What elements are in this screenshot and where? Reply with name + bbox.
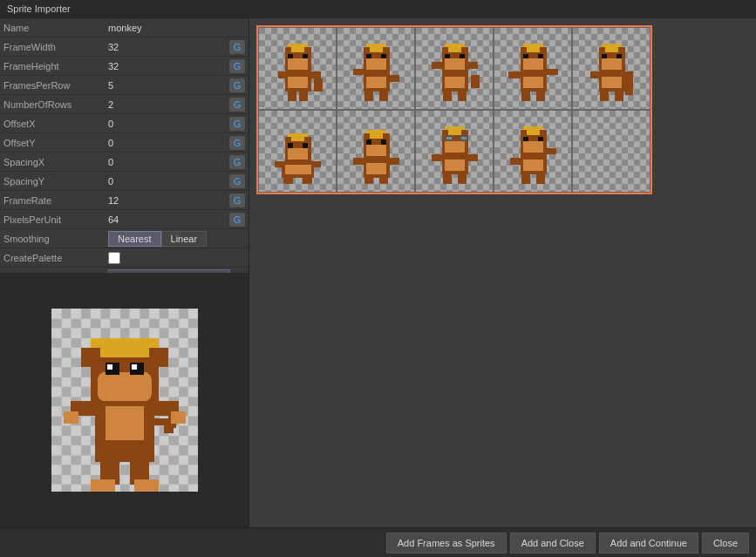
svg-rect-23 [90, 479, 114, 492]
svg-rect-79 [536, 92, 544, 101]
svg-rect-108 [366, 145, 386, 156]
svg-rect-45 [366, 54, 371, 59]
prop-row-numberofrows: NumberOfRows 2 G [0, 95, 249, 114]
svg-rect-78 [521, 92, 529, 101]
btn-offsety[interactable]: G [229, 136, 245, 150]
svg-rect-103 [275, 161, 284, 168]
svg-rect-133 [443, 174, 451, 184]
svg-rect-86 [616, 54, 622, 59]
svg-rect-140 [523, 137, 528, 142]
svg-rect-16 [149, 348, 168, 367]
value-spacingy: 0 [108, 176, 229, 187]
label-name: Name [3, 23, 108, 33]
svg-rect-65 [458, 92, 466, 101]
btn-spacingx[interactable]: G [229, 155, 245, 169]
svg-rect-38 [299, 92, 307, 101]
svg-rect-37 [288, 92, 296, 101]
svg-rect-99 [288, 143, 293, 148]
svg-rect-116 [353, 158, 364, 165]
svg-rect-73 [538, 54, 543, 59]
sprite-cell-10 [572, 110, 650, 193]
svg-rect-49 [353, 69, 364, 76]
title-text: Sprite Importer [7, 3, 71, 14]
sprite-cell-2 [337, 27, 415, 110]
svg-rect-15 [80, 348, 99, 367]
svg-rect-146 [521, 174, 529, 184]
prop-row-pixelsperunit: PixelsPerUnit 64 G [0, 210, 249, 229]
svg-rect-14 [90, 338, 158, 357]
svg-rect-104 [310, 161, 320, 168]
btn-framerate[interactable]: G [229, 194, 245, 207]
label-offsety: OffsetY [3, 138, 108, 148]
btn-framewidth[interactable]: G [229, 40, 245, 54]
label-smoothing: Smoothing [3, 234, 108, 244]
label-spacingx: SpacingX [3, 157, 108, 167]
svg-rect-19 [64, 411, 78, 424]
btn-frameheight[interactable]: G [229, 59, 245, 73]
value-numberofrows: 2 [108, 99, 229, 110]
svg-rect-77 [508, 71, 521, 78]
svg-rect-81 [602, 58, 622, 70]
svg-rect-52 [379, 92, 387, 101]
footer: Add Frames as Sprites Add and Close Add … [0, 527, 756, 557]
svg-rect-117 [387, 158, 398, 165]
svg-rect-63 [466, 62, 477, 69]
add-frames-as-sprites-button[interactable]: Add Frames as Sprites [386, 533, 507, 554]
prop-row-frameheight: FrameHeight 32 G [0, 57, 249, 76]
svg-rect-89 [590, 71, 602, 78]
sprite-cell-5 [572, 27, 650, 110]
svg-rect-62 [432, 62, 443, 69]
add-and-close-button[interactable]: Add and Close [510, 533, 596, 554]
btn-framesperrow[interactable]: G [229, 78, 245, 92]
label-framewidth: FrameWidth [3, 42, 108, 52]
svg-rect-115 [366, 163, 386, 174]
value-offsety: 0 [108, 138, 229, 148]
svg-rect-105 [283, 178, 292, 185]
svg-rect-93 [624, 78, 632, 95]
svg-rect-85 [602, 54, 607, 59]
createpalette-checkbox[interactable] [108, 252, 120, 264]
svg-rect-20 [171, 411, 186, 424]
sprite-cell-4 [494, 27, 572, 110]
svg-rect-58 [445, 54, 450, 59]
prop-row-offsety: OffsetY 0 G [0, 133, 249, 153]
add-and-continue-button[interactable]: Add and Continue [599, 533, 698, 554]
prop-row-framewidth: FrameWidth 32 G [0, 37, 249, 57]
svg-rect-147 [536, 174, 544, 184]
value-framewidth: 32 [108, 42, 229, 52]
btn-numberofrows[interactable]: G [229, 98, 245, 112]
smoothing-nearest-btn[interactable]: Nearest [108, 231, 161, 247]
svg-rect-13 [132, 364, 137, 370]
prop-row-createpalette: CreatePalette [0, 248, 249, 268]
svg-rect-88 [602, 77, 622, 88]
svg-rect-12 [107, 364, 112, 370]
svg-rect-61 [445, 77, 465, 88]
sprite-cell-1 [258, 27, 337, 110]
value-framesperrow: 5 [108, 80, 229, 91]
smoothing-linear-btn[interactable]: Linear [161, 231, 208, 247]
svg-rect-68 [523, 58, 543, 70]
svg-rect-75 [523, 77, 543, 88]
btn-spacingy[interactable]: G [229, 174, 245, 188]
btn-offsetx[interactable]: G [229, 117, 245, 131]
label-framesperrow: FramesPerRow [3, 80, 108, 91]
svg-rect-24 [134, 479, 159, 492]
value-framerate: 12 [108, 195, 229, 206]
svg-rect-48 [366, 77, 386, 88]
close-button[interactable]: Close [702, 533, 749, 554]
svg-rect-95 [288, 148, 308, 160]
svg-rect-118 [364, 178, 372, 185]
sprite-cell-8 [415, 110, 494, 193]
svg-rect-25 [105, 406, 144, 440]
svg-rect-66 [471, 75, 479, 88]
svg-rect-36 [307, 71, 320, 78]
left-panel: Name monkey FrameWidth 32 G FrameHeight … [0, 18, 249, 527]
value-frameheight: 32 [108, 61, 229, 71]
sprite-grid [258, 27, 650, 193]
svg-rect-102 [284, 165, 310, 174]
label-frameheight: FrameHeight [3, 61, 108, 71]
svg-rect-32 [303, 54, 308, 59]
svg-rect-143 [523, 160, 543, 171]
btn-pixelsperunit[interactable]: G [229, 213, 245, 227]
label-pixelsperunit: PixelsPerUnit [3, 214, 108, 225]
